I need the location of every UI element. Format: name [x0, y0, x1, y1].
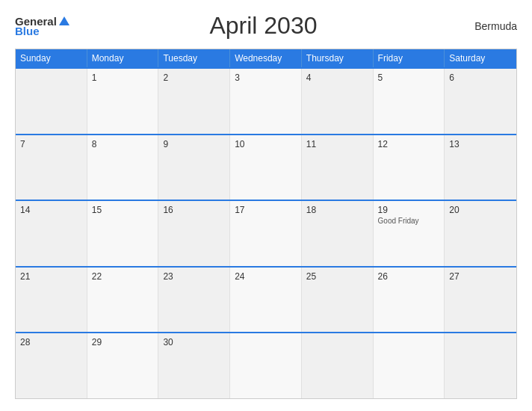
calendar-body: 12345678910111213141516171819Good Friday…	[16, 67, 516, 398]
cal-cell: 7	[16, 135, 87, 200]
cal-cell: 8	[87, 135, 159, 200]
day-number: 10	[235, 139, 297, 149]
cal-cell: 27	[445, 268, 516, 333]
cal-cell: 20	[445, 201, 516, 266]
cal-cell: 12	[374, 135, 445, 200]
cal-cell	[16, 69, 87, 134]
calendar: Sunday Monday Tuesday Wednesday Thursday…	[15, 49, 517, 399]
cal-cell: 3	[230, 69, 302, 134]
cal-cell: 28	[16, 333, 87, 398]
cal-cell: 29	[87, 333, 159, 398]
day-number: 3	[235, 72, 297, 83]
day-number: 21	[20, 271, 82, 282]
calendar-week-4: 21222324252627	[16, 266, 516, 333]
cal-cell: 30	[158, 333, 230, 398]
day-number: 16	[163, 205, 225, 215]
day-number: 11	[306, 139, 368, 149]
header-friday: Friday	[374, 49, 445, 67]
calendar-title: April 2030	[69, 12, 457, 40]
cal-cell: 25	[302, 268, 374, 333]
cal-cell: 11	[302, 135, 374, 200]
cal-cell: 19Good Friday	[374, 201, 445, 266]
cal-cell: 22	[87, 268, 159, 333]
logo-blue-text: Blue	[15, 25, 69, 37]
cal-cell: 13	[445, 135, 516, 200]
cal-cell: 9	[158, 135, 230, 200]
header-thursday: Thursday	[302, 49, 374, 67]
day-number: 30	[163, 337, 225, 347]
day-number: 8	[92, 139, 154, 149]
cal-cell: 5	[374, 69, 445, 134]
day-number: 24	[235, 271, 297, 282]
cal-cell	[445, 333, 516, 398]
cal-cell: 15	[87, 201, 159, 266]
cal-cell: 21	[16, 268, 87, 333]
cal-cell: 17	[230, 201, 302, 266]
day-number: 20	[449, 205, 512, 215]
day-number: 23	[163, 271, 225, 282]
day-number: 19	[378, 205, 440, 215]
cal-cell: 26	[374, 268, 445, 333]
day-number: 17	[235, 205, 297, 215]
cal-cell: 10	[230, 135, 302, 200]
day-number: 13	[449, 139, 512, 149]
day-number: 25	[306, 271, 368, 282]
header-saturday: Saturday	[445, 49, 516, 67]
cal-cell: 2	[158, 69, 230, 134]
header-tuesday: Tuesday	[158, 49, 230, 67]
day-number: 14	[20, 205, 82, 215]
cal-cell: 6	[445, 69, 516, 134]
event-label: Good Friday	[378, 217, 440, 225]
day-number: 5	[378, 72, 440, 83]
day-number: 7	[20, 139, 82, 149]
cal-cell	[230, 333, 302, 398]
day-number: 6	[449, 72, 512, 83]
day-number: 27	[449, 271, 512, 282]
day-number: 9	[163, 139, 225, 149]
page: General Blue April 2030 Bermuda Sunday M…	[0, 0, 532, 411]
header-sunday: Sunday	[16, 49, 87, 67]
cal-cell: 4	[302, 69, 374, 134]
calendar-week-2: 78910111213	[16, 134, 516, 200]
region-label: Bermuda	[457, 20, 517, 32]
day-number: 18	[306, 205, 368, 215]
cal-cell	[374, 333, 445, 398]
calendar-week-1: 123456	[16, 67, 516, 134]
day-number: 28	[20, 337, 82, 347]
cal-cell: 14	[16, 201, 87, 266]
day-number: 22	[92, 271, 154, 282]
cal-cell: 23	[158, 268, 230, 333]
day-number: 26	[378, 271, 440, 282]
header: General Blue April 2030 Bermuda	[15, 12, 517, 40]
day-number: 29	[92, 337, 154, 347]
day-number: 12	[378, 139, 440, 149]
cal-cell: 24	[230, 268, 302, 333]
calendar-week-5: 282930	[16, 332, 516, 398]
header-wednesday: Wednesday	[230, 49, 302, 67]
header-monday: Monday	[87, 49, 159, 67]
logo: General Blue	[15, 16, 69, 37]
day-number: 15	[92, 205, 154, 215]
cal-cell: 18	[302, 201, 374, 266]
day-number: 2	[163, 72, 225, 83]
logo-triangle-icon	[59, 16, 69, 25]
cal-cell	[302, 333, 374, 398]
day-number: 4	[306, 72, 368, 83]
cal-cell: 16	[158, 201, 230, 266]
cal-cell: 1	[87, 69, 159, 134]
calendar-header-row: Sunday Monday Tuesday Wednesday Thursday…	[16, 49, 516, 67]
day-number: 1	[92, 72, 154, 83]
calendar-week-3: 141516171819Good Friday20	[16, 200, 516, 266]
